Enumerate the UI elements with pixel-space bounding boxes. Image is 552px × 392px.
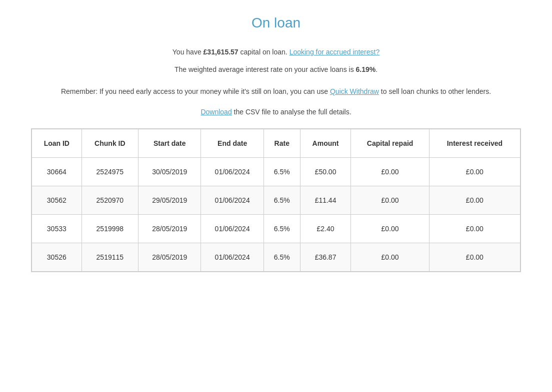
- cell-interest-received: £0.00: [429, 186, 520, 215]
- cell-rate: 6.5%: [264, 158, 300, 186]
- accrued-interest-link[interactable]: Looking for accrued interest?: [290, 48, 380, 56]
- cell-start-date: 28/05/2019: [138, 215, 201, 243]
- table-row: 30526251911528/05/201901/06/20246.5%£36.…: [32, 243, 520, 272]
- notice-section: Remember: If you need early access to yo…: [31, 86, 521, 98]
- cell-capital-repaid: £0.00: [351, 158, 429, 186]
- cell-interest-received: £0.00: [429, 243, 520, 272]
- col-rate: Rate: [264, 129, 300, 158]
- cell-interest-received: £0.00: [429, 215, 520, 243]
- download-link[interactable]: Download: [200, 108, 232, 116]
- cell-amount: £2.40: [300, 215, 351, 243]
- cell-start-date: 30/05/2019: [138, 158, 201, 186]
- capital-amount: £31,615.57: [204, 48, 238, 56]
- cell-loan-id: 30562: [32, 186, 82, 215]
- table-row: 30664252497530/05/201901/06/20246.5%£50.…: [32, 158, 520, 186]
- cell-end-date: 01/06/2024: [201, 158, 264, 186]
- col-capital-repaid: Capital repaid: [351, 129, 429, 158]
- download-section: Download the CSV file to analyse the ful…: [31, 108, 521, 116]
- info-section: You have £31,615.57 capital on loan. Loo…: [31, 46, 521, 76]
- col-end-date: End date: [201, 129, 264, 158]
- cell-end-date: 01/06/2024: [201, 243, 264, 272]
- cell-end-date: 01/06/2024: [201, 186, 264, 215]
- loan-table: Loan ID Chunk ID Start date End date Rat…: [32, 129, 520, 272]
- col-interest-received: Interest received: [429, 129, 520, 158]
- cell-chunk-id: 2524975: [82, 158, 138, 186]
- notice-text: Remember: If you need early access to yo…: [61, 87, 330, 95]
- notice-suffix: to sell loan chunks to other lenders.: [379, 87, 491, 95]
- capital-prefix: You have: [172, 48, 204, 56]
- rate-value: 6.19%: [356, 65, 376, 73]
- col-start-date: Start date: [138, 129, 201, 158]
- cell-loan-id: 30526: [32, 243, 82, 272]
- capital-suffix: capital on loan.: [238, 48, 288, 56]
- rate-info: The weighted average interest rate on yo…: [31, 63, 521, 76]
- cell-start-date: 29/05/2019: [138, 186, 201, 215]
- page-title: On loan: [31, 15, 521, 31]
- table-header: Loan ID Chunk ID Start date End date Rat…: [32, 129, 520, 158]
- col-loan-id: Loan ID: [32, 129, 82, 158]
- cell-chunk-id: 2520970: [82, 186, 138, 215]
- rate-prefix: The weighted average interest rate on yo…: [174, 65, 356, 73]
- cell-chunk-id: 2519115: [82, 243, 138, 272]
- table-row: 30533251999828/05/201901/06/20246.5%£2.4…: [32, 215, 520, 243]
- cell-amount: £11.44: [300, 186, 351, 215]
- download-suffix: the CSV file to analyse the full details…: [232, 108, 352, 116]
- cell-loan-id: 30664: [32, 158, 82, 186]
- col-chunk-id: Chunk ID: [82, 129, 138, 158]
- cell-amount: £36.87: [300, 243, 351, 272]
- capital-info: You have £31,615.57 capital on loan. Loo…: [31, 46, 521, 58]
- cell-loan-id: 30533: [32, 215, 82, 243]
- cell-chunk-id: 2519998: [82, 215, 138, 243]
- rate-suffix: .: [376, 65, 378, 73]
- cell-rate: 6.5%: [264, 215, 300, 243]
- page-container: On loan You have £31,615.57 capital on l…: [11, 0, 541, 282]
- cell-rate: 6.5%: [264, 243, 300, 272]
- table-row: 30562252097029/05/201901/06/20246.5%£11.…: [32, 186, 520, 215]
- cell-start-date: 28/05/2019: [138, 243, 201, 272]
- cell-interest-received: £0.00: [429, 158, 520, 186]
- header-row: Loan ID Chunk ID Start date End date Rat…: [32, 129, 520, 158]
- col-amount: Amount: [300, 129, 351, 158]
- cell-capital-repaid: £0.00: [351, 215, 429, 243]
- table-body: 30664252497530/05/201901/06/20246.5%£50.…: [32, 158, 520, 272]
- cell-capital-repaid: £0.00: [351, 186, 429, 215]
- cell-end-date: 01/06/2024: [201, 215, 264, 243]
- cell-rate: 6.5%: [264, 186, 300, 215]
- loan-table-container: Loan ID Chunk ID Start date End date Rat…: [31, 128, 521, 272]
- cell-capital-repaid: £0.00: [351, 243, 429, 272]
- cell-amount: £50.00: [300, 158, 351, 186]
- quick-withdraw-link[interactable]: Quick Withdraw: [330, 87, 379, 95]
